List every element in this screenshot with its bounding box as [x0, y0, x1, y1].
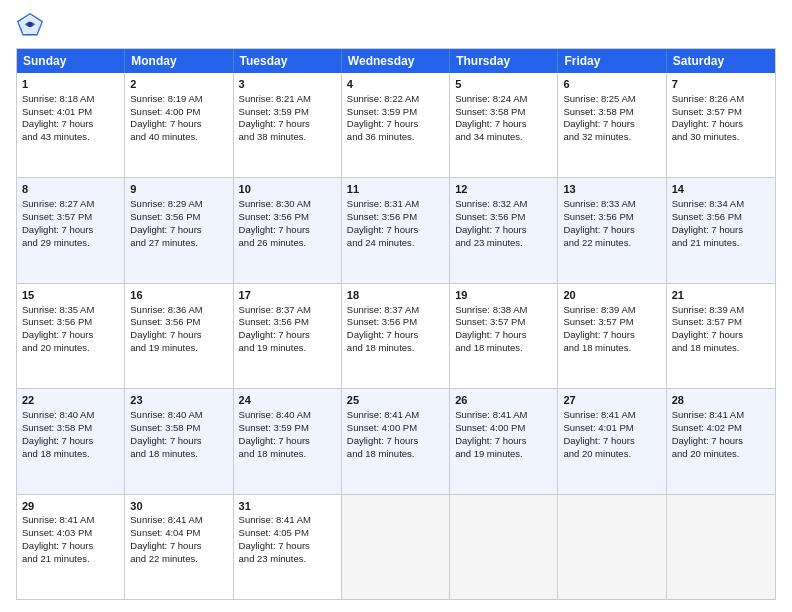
- day-info-line: Daylight: 7 hours: [347, 224, 444, 237]
- day-info-line: Sunrise: 8:21 AM: [239, 93, 336, 106]
- day-info-line: Daylight: 7 hours: [455, 435, 552, 448]
- day-number: 12: [455, 182, 552, 197]
- calendar-page: SundayMondayTuesdayWednesdayThursdayFrid…: [0, 0, 792, 612]
- day-info-line: Daylight: 7 hours: [22, 540, 119, 553]
- day-info-line: Daylight: 7 hours: [130, 329, 227, 342]
- header-day-friday: Friday: [558, 49, 666, 73]
- day-info-line: and 32 minutes.: [563, 131, 660, 144]
- day-cell-9: 9Sunrise: 8:29 AMSunset: 3:56 PMDaylight…: [125, 178, 233, 282]
- calendar: SundayMondayTuesdayWednesdayThursdayFrid…: [16, 48, 776, 600]
- day-cell-17: 17Sunrise: 8:37 AMSunset: 3:56 PMDayligh…: [234, 284, 342, 388]
- day-number: 4: [347, 77, 444, 92]
- day-number: 26: [455, 393, 552, 408]
- day-info-line: and 22 minutes.: [563, 237, 660, 250]
- day-info-line: Sunset: 4:05 PM: [239, 527, 336, 540]
- day-number: 19: [455, 288, 552, 303]
- day-number: 28: [672, 393, 770, 408]
- day-number: 20: [563, 288, 660, 303]
- day-info-line: Daylight: 7 hours: [130, 224, 227, 237]
- day-info-line: Daylight: 7 hours: [455, 224, 552, 237]
- day-info-line: Sunset: 4:00 PM: [455, 422, 552, 435]
- day-info-line: Daylight: 7 hours: [672, 224, 770, 237]
- day-cell-10: 10Sunrise: 8:30 AMSunset: 3:56 PMDayligh…: [234, 178, 342, 282]
- empty-cell: [558, 495, 666, 599]
- day-info-line: Daylight: 7 hours: [239, 435, 336, 448]
- day-info-line: Sunset: 4:00 PM: [130, 106, 227, 119]
- day-info-line: Sunrise: 8:41 AM: [130, 514, 227, 527]
- day-info-line: Daylight: 7 hours: [455, 329, 552, 342]
- day-info-line: Sunrise: 8:26 AM: [672, 93, 770, 106]
- day-info-line: Daylight: 7 hours: [563, 224, 660, 237]
- day-info-line: Daylight: 7 hours: [239, 329, 336, 342]
- day-number: 17: [239, 288, 336, 303]
- day-info-line: Sunrise: 8:32 AM: [455, 198, 552, 211]
- day-number: 2: [130, 77, 227, 92]
- day-info-line: Daylight: 7 hours: [130, 435, 227, 448]
- day-info-line: Daylight: 7 hours: [563, 329, 660, 342]
- day-info-line: and 22 minutes.: [130, 553, 227, 566]
- day-info-line: Sunset: 3:56 PM: [347, 211, 444, 224]
- day-info-line: and 19 minutes.: [239, 342, 336, 355]
- day-info-line: Sunrise: 8:36 AM: [130, 304, 227, 317]
- day-number: 27: [563, 393, 660, 408]
- day-info-line: Sunrise: 8:41 AM: [672, 409, 770, 422]
- calendar-row-1: 1Sunrise: 8:18 AMSunset: 4:01 PMDaylight…: [17, 73, 775, 178]
- day-info-line: Sunrise: 8:37 AM: [347, 304, 444, 317]
- day-info-line: Sunrise: 8:41 AM: [563, 409, 660, 422]
- day-info-line: Sunrise: 8:39 AM: [563, 304, 660, 317]
- day-info-line: Daylight: 7 hours: [22, 329, 119, 342]
- day-info-line: Sunrise: 8:41 AM: [347, 409, 444, 422]
- day-cell-26: 26Sunrise: 8:41 AMSunset: 4:00 PMDayligh…: [450, 389, 558, 493]
- header-day-wednesday: Wednesday: [342, 49, 450, 73]
- day-info-line: and 20 minutes.: [563, 448, 660, 461]
- day-info-line: Sunrise: 8:25 AM: [563, 93, 660, 106]
- day-info-line: Sunrise: 8:30 AM: [239, 198, 336, 211]
- calendar-row-3: 15Sunrise: 8:35 AMSunset: 3:56 PMDayligh…: [17, 284, 775, 389]
- day-cell-18: 18Sunrise: 8:37 AMSunset: 3:56 PMDayligh…: [342, 284, 450, 388]
- day-info-line: and 30 minutes.: [672, 131, 770, 144]
- day-info-line: and 19 minutes.: [130, 342, 227, 355]
- day-info-line: Sunrise: 8:39 AM: [672, 304, 770, 317]
- day-info-line: Sunrise: 8:38 AM: [455, 304, 552, 317]
- day-info-line: Sunrise: 8:35 AM: [22, 304, 119, 317]
- day-info-line: Sunrise: 8:41 AM: [22, 514, 119, 527]
- day-info-line: Sunrise: 8:40 AM: [130, 409, 227, 422]
- day-info-line: Sunset: 4:03 PM: [22, 527, 119, 540]
- day-info-line: Sunset: 3:56 PM: [130, 316, 227, 329]
- day-info-line: Daylight: 7 hours: [22, 118, 119, 131]
- day-number: 25: [347, 393, 444, 408]
- day-cell-11: 11Sunrise: 8:31 AMSunset: 3:56 PMDayligh…: [342, 178, 450, 282]
- day-info-line: Sunset: 3:59 PM: [347, 106, 444, 119]
- day-info-line: Daylight: 7 hours: [347, 329, 444, 342]
- day-info-line: and 20 minutes.: [22, 342, 119, 355]
- day-number: 6: [563, 77, 660, 92]
- day-info-line: Daylight: 7 hours: [130, 540, 227, 553]
- day-number: 21: [672, 288, 770, 303]
- day-cell-27: 27Sunrise: 8:41 AMSunset: 4:01 PMDayligh…: [558, 389, 666, 493]
- day-number: 9: [130, 182, 227, 197]
- day-info-line: Sunset: 3:57 PM: [455, 316, 552, 329]
- day-info-line: Sunset: 3:58 PM: [22, 422, 119, 435]
- day-info-line: Sunset: 4:02 PM: [672, 422, 770, 435]
- day-info-line: and 23 minutes.: [455, 237, 552, 250]
- day-info-line: and 23 minutes.: [239, 553, 336, 566]
- calendar-row-2: 8Sunrise: 8:27 AMSunset: 3:57 PMDaylight…: [17, 178, 775, 283]
- day-info-line: and 18 minutes.: [563, 342, 660, 355]
- day-cell-25: 25Sunrise: 8:41 AMSunset: 4:00 PMDayligh…: [342, 389, 450, 493]
- day-cell-22: 22Sunrise: 8:40 AMSunset: 3:58 PMDayligh…: [17, 389, 125, 493]
- empty-cell: [667, 495, 775, 599]
- day-number: 14: [672, 182, 770, 197]
- day-info-line: Daylight: 7 hours: [22, 435, 119, 448]
- day-info-line: Daylight: 7 hours: [347, 118, 444, 131]
- day-info-line: Daylight: 7 hours: [563, 118, 660, 131]
- day-info-line: and 18 minutes.: [130, 448, 227, 461]
- day-info-line: and 18 minutes.: [239, 448, 336, 461]
- day-info-line: Sunset: 4:01 PM: [22, 106, 119, 119]
- day-info-line: and 24 minutes.: [347, 237, 444, 250]
- day-cell-30: 30Sunrise: 8:41 AMSunset: 4:04 PMDayligh…: [125, 495, 233, 599]
- day-info-line: Daylight: 7 hours: [672, 118, 770, 131]
- day-info-line: Daylight: 7 hours: [455, 118, 552, 131]
- day-info-line: Sunrise: 8:22 AM: [347, 93, 444, 106]
- day-info-line: Daylight: 7 hours: [239, 540, 336, 553]
- day-info-line: and 18 minutes.: [347, 448, 444, 461]
